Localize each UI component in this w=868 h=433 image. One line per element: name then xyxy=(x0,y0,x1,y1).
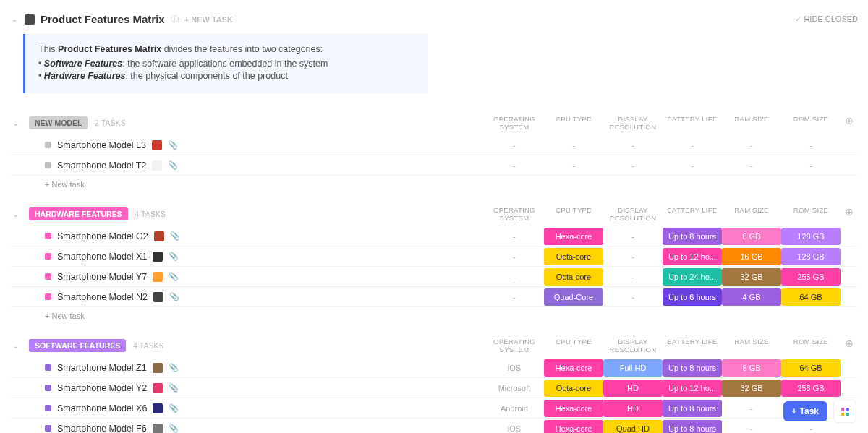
new-task-row-button[interactable]: + New task xyxy=(10,307,858,320)
cell[interactable]: 64 GB xyxy=(781,288,841,306)
task-row[interactable]: Smartphone Model G2📎-Hexa-core-Up to 8 h… xyxy=(10,226,858,246)
collapse-list-icon[interactable]: ⌄ xyxy=(10,15,19,23)
task-row[interactable]: Smartphone Model X1📎-Octa-core-Up to 12 … xyxy=(10,246,858,267)
task-name[interactable]: Smartphone Model X1 xyxy=(57,252,147,262)
cell[interactable]: - xyxy=(603,248,663,265)
attachment-icon[interactable]: 📎 xyxy=(169,292,179,301)
task-name[interactable]: Smartphone Model Y7 xyxy=(57,272,147,282)
cell[interactable]: Up to 8 hours xyxy=(663,359,722,377)
column-header[interactable]: BATTERY LIFE xyxy=(663,115,722,131)
apps-button[interactable] xyxy=(833,400,856,423)
attachment-icon[interactable]: 📎 xyxy=(169,403,179,413)
cell[interactable]: Octa-core xyxy=(544,248,603,265)
task-name[interactable]: Smartphone Model T2 xyxy=(57,160,146,171)
cell[interactable]: - xyxy=(603,228,663,245)
task-name[interactable]: Smartphone Model L3 xyxy=(57,140,146,150)
task-name[interactable]: Smartphone Model Y2 xyxy=(57,383,147,393)
column-header[interactable]: RAM SIZE xyxy=(722,338,781,353)
cell[interactable]: 128 GB xyxy=(781,248,841,265)
cell[interactable]: - xyxy=(485,288,544,306)
column-header[interactable]: DISPLAY RESOLUTION xyxy=(603,338,663,353)
add-column-button[interactable]: ⊕ xyxy=(841,206,858,222)
cell[interactable]: Microsoft xyxy=(485,380,544,397)
cell[interactable]: Quad HD xyxy=(603,420,663,434)
task-row[interactable]: Smartphone Model F6📎iOSHexa-coreQuad HDU… xyxy=(10,419,858,433)
attachment-icon[interactable]: 📎 xyxy=(169,363,179,372)
column-header[interactable]: RAM SIZE xyxy=(722,115,781,131)
cell[interactable]: Hexa-core xyxy=(544,228,603,245)
status-square[interactable] xyxy=(45,405,51,411)
status-square[interactable] xyxy=(45,273,51,280)
cell[interactable]: Hexa-core xyxy=(544,359,603,377)
cell[interactable]: - xyxy=(722,420,781,434)
column-header[interactable]: DISPLAY RESOLUTION xyxy=(603,115,663,131)
hide-closed-toggle[interactable]: HIDE CLOSED xyxy=(795,14,858,24)
cell[interactable]: iOS xyxy=(485,420,544,434)
add-column-button[interactable]: ⊕ xyxy=(841,115,858,131)
group-name-badge[interactable]: SOFTWARE FEATURES xyxy=(29,339,126,352)
attachment-icon[interactable]: 📎 xyxy=(169,424,179,433)
column-header[interactable]: OPERATING SYSTEM xyxy=(485,115,544,131)
info-icon[interactable]: ⓘ xyxy=(171,14,179,25)
cell[interactable]: Up to 24 ho... xyxy=(663,268,722,286)
task-row[interactable]: Smartphone Model L3📎------ xyxy=(10,135,858,155)
column-header[interactable]: OPERATING SYSTEM xyxy=(485,206,544,222)
task-name[interactable]: Smartphone Model F6 xyxy=(57,424,147,434)
cell[interactable]: - xyxy=(603,157,663,174)
column-header[interactable]: BATTERY LIFE xyxy=(663,338,722,353)
new-task-row-button[interactable]: + New task xyxy=(10,176,858,189)
column-header[interactable]: CPU TYPE xyxy=(544,338,603,353)
task-row[interactable]: Smartphone Model X6📎AndroidHexa-coreHDUp… xyxy=(10,398,858,419)
task-row[interactable]: Smartphone Model Z1📎iOSHexa-coreFull HDU… xyxy=(10,358,858,378)
cell[interactable]: - xyxy=(603,137,663,154)
column-header[interactable]: ROM SIZE xyxy=(781,338,841,353)
column-header[interactable]: BATTERY LIFE xyxy=(663,206,722,222)
cell[interactable]: - xyxy=(781,157,841,174)
cell[interactable]: 16 GB xyxy=(722,248,781,265)
status-square[interactable] xyxy=(45,162,51,168)
cell[interactable]: Up to 8 hours xyxy=(663,228,722,245)
cell[interactable]: iOS xyxy=(485,359,544,377)
cell[interactable]: Android xyxy=(485,400,544,417)
cell[interactable]: - xyxy=(544,157,603,174)
cell[interactable]: - xyxy=(485,228,544,245)
column-header[interactable]: OPERATING SYSTEM xyxy=(485,338,544,353)
cell[interactable]: 4 GB xyxy=(722,288,781,306)
cell[interactable]: - xyxy=(722,400,781,417)
cell[interactable]: - xyxy=(663,157,722,174)
status-square[interactable] xyxy=(45,293,51,300)
cell[interactable]: Hexa-core xyxy=(544,400,603,417)
group-name-badge[interactable]: NEW MODEL xyxy=(29,116,88,129)
task-row[interactable]: Smartphone Model Y7📎-Octa-core-Up to 24 … xyxy=(10,267,858,287)
cell[interactable]: Full HD xyxy=(603,359,663,377)
task-name[interactable]: Smartphone Model N2 xyxy=(57,292,148,302)
cell[interactable]: - xyxy=(722,137,781,154)
cell[interactable]: Octa-core xyxy=(544,268,603,286)
cell[interactable]: 64 GB xyxy=(781,359,841,377)
task-row[interactable]: Smartphone Model T2📎------ xyxy=(10,155,858,176)
cell[interactable]: - xyxy=(544,137,603,154)
cell[interactable]: - xyxy=(781,137,841,154)
cell[interactable]: Up to 12 ho... xyxy=(663,380,722,397)
cell[interactable]: 32 GB xyxy=(722,268,781,286)
attachment-icon[interactable]: 📎 xyxy=(168,160,178,170)
collapse-group-icon[interactable]: ⌄ xyxy=(10,210,22,218)
cell[interactable]: 256 GB xyxy=(781,268,841,286)
cell[interactable]: - xyxy=(485,157,544,174)
attachment-icon[interactable]: 📎 xyxy=(169,252,179,261)
new-task-floating-button[interactable]: + Task xyxy=(783,401,827,421)
cell[interactable]: Octa-core xyxy=(544,380,603,397)
cell[interactable]: 256 GB xyxy=(781,380,841,397)
cell[interactable]: - xyxy=(603,268,663,286)
attachment-icon[interactable]: 📎 xyxy=(169,272,179,281)
column-header[interactable]: ROM SIZE xyxy=(781,115,841,131)
cell[interactable]: 8 GB xyxy=(722,228,781,245)
status-square[interactable] xyxy=(45,364,51,371)
column-header[interactable]: CPU TYPE xyxy=(544,206,603,222)
cell[interactable]: HD xyxy=(603,400,663,417)
task-row[interactable]: Smartphone Model Y2📎MicrosoftOcta-coreHD… xyxy=(10,378,858,398)
cell[interactable]: Up to 8 hours xyxy=(663,400,722,417)
column-header[interactable]: CPU TYPE xyxy=(544,115,603,131)
cell[interactable]: - xyxy=(722,157,781,174)
cell[interactable]: Up to 12 ho... xyxy=(663,248,722,265)
